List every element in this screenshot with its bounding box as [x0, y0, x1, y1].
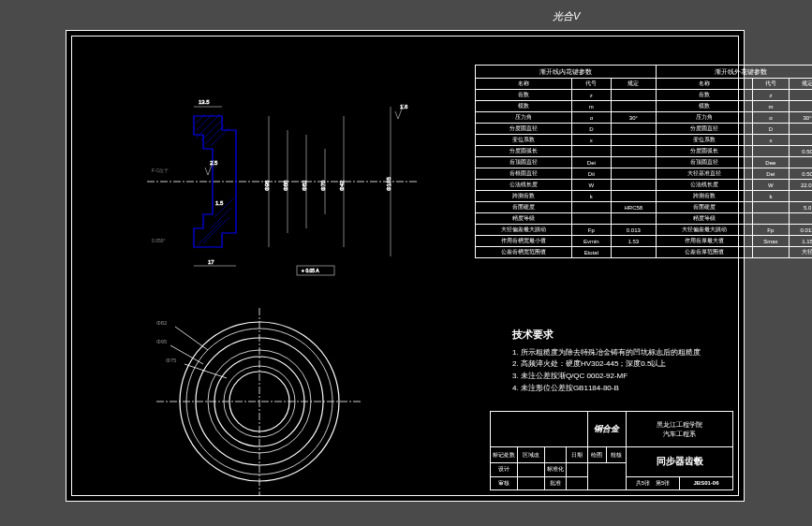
- param-cell: 0.013: [790, 225, 812, 236]
- tech-item: 2. 高频淬火处：硬度HV302-445；深度0.5以上: [512, 358, 701, 371]
- svg-line-43: [175, 327, 208, 350]
- param-cell: HRC58: [611, 202, 656, 213]
- svg-line-4: [201, 120, 222, 140]
- param-cell: 跨测齿数: [656, 191, 752, 202]
- param-cell: Dei: [752, 168, 789, 180]
- svg-point-37: [186, 329, 332, 475]
- param-cell: [790, 213, 812, 225]
- param-cell: 变位系数: [656, 135, 752, 146]
- param-cell: z: [752, 90, 789, 101]
- param-cell: 变位系数: [476, 135, 572, 146]
- param-cell: 精度等级: [476, 213, 572, 225]
- cad-canvas[interactable]: 渐开线内花键参数渐开线外花键参数 名称代号规定 名称代号规定 齿数z齿数z模数m…: [66, 30, 745, 502]
- param-cell: 分度圆弧长: [476, 146, 572, 157]
- param-cell: 齿面硬度: [656, 202, 752, 213]
- param-cell: [752, 146, 789, 157]
- svg-text:Φ70: Φ70: [320, 180, 326, 191]
- param-cell: 0.013: [611, 225, 656, 236]
- param-cell: 分度圆直径: [476, 124, 572, 135]
- param-cell: 模数: [656, 101, 752, 112]
- param-cell: m: [752, 101, 789, 112]
- svg-text:Φ95: Φ95: [156, 339, 168, 344]
- material: 铜合金: [587, 412, 626, 447]
- param-cell: x: [752, 135, 789, 146]
- param-cell: 分度圆直径: [656, 124, 752, 135]
- param-cell: 压力角: [656, 112, 752, 124]
- param-cell: 22.0°: [790, 180, 812, 191]
- param-cell: 大径基准直径: [656, 168, 752, 180]
- param-cell: 1.15: [790, 236, 812, 247]
- param-cell: [752, 213, 789, 225]
- param-cell: z: [571, 90, 611, 101]
- svg-point-39: [208, 350, 311, 453]
- param-cell: [790, 135, 812, 146]
- param-cell: [790, 191, 812, 202]
- param-cell: 5.0: [790, 202, 812, 213]
- svg-point-40: [214, 357, 304, 446]
- svg-text:Φ96: Φ96: [264, 180, 270, 191]
- school: 黑龙江工程学院 汽车工程系: [627, 412, 733, 447]
- svg-text:F·C位于: F·C位于: [152, 168, 169, 173]
- param-cell: [571, 202, 611, 213]
- tech-item: 4. 未注形位公差按GB1184-80-B: [512, 383, 701, 395]
- param-cell: Smax: [752, 236, 789, 247]
- param-cell: Dii: [571, 168, 611, 180]
- svg-point-36: [180, 322, 339, 481]
- svg-text:Φ82: Φ82: [156, 320, 168, 326]
- param-cell: 齿面硬度: [476, 202, 572, 213]
- param-cell: Fp: [571, 225, 611, 236]
- param-cell: 0.50: [790, 146, 812, 157]
- app-logo: 光合V: [553, 9, 580, 23]
- param-cell: 公差齿厚范围值: [656, 247, 752, 258]
- param-cell: 分度圆弧长: [656, 146, 752, 157]
- param-cell: k: [571, 191, 611, 202]
- svg-line-10: [198, 221, 222, 245]
- param-cell: Dee: [752, 157, 789, 168]
- param-cell: 模数: [476, 101, 572, 112]
- svg-text:0.050°: 0.050°: [152, 238, 166, 243]
- tech-item: 3. 未注公差按渐Q/QC 0002-92-MF: [512, 371, 701, 383]
- param-cell: α: [571, 112, 611, 124]
- param-cell: 1.53: [611, 236, 656, 247]
- svg-text:Φ88: Φ88: [283, 180, 288, 191]
- svg-text:13.5: 13.5: [199, 99, 210, 105]
- tech-title: 技术要求: [512, 327, 701, 343]
- param-cell: W: [571, 180, 611, 191]
- svg-line-9: [203, 217, 229, 243]
- param-cell: [611, 180, 656, 191]
- param-cell: [790, 124, 812, 135]
- param-cell: [611, 90, 656, 101]
- param-cell: 30°: [790, 112, 812, 124]
- svg-line-8: [211, 208, 231, 228]
- param-cell: 齿数: [656, 90, 752, 101]
- param-cell: Evmin: [571, 236, 611, 247]
- param-cell: 公法线长度: [656, 180, 752, 191]
- param-cell: [571, 213, 611, 225]
- svg-line-3: [196, 114, 220, 139]
- drawing-border: 渐开线内花键参数渐开线外花键参数 名称代号规定 名称代号规定 齿数z齿数z模数m…: [71, 36, 739, 496]
- param-cell: [611, 146, 656, 157]
- svg-text:2.5: 2.5: [210, 160, 218, 166]
- svg-text:Φ42: Φ42: [339, 180, 345, 191]
- tech-item: 1. 所示粗糙度为除去特殊冶金铸有的凹坑标志后的粗糙度: [512, 347, 701, 359]
- svg-line-45: [170, 345, 203, 364]
- sheet: 共5张 第5张: [627, 476, 680, 489]
- svg-line-5: [205, 125, 224, 144]
- svg-text:17: 17: [208, 259, 214, 265]
- param-cell: 30°: [611, 112, 656, 124]
- svg-line-2: [196, 114, 213, 131]
- param-cell: [571, 146, 611, 157]
- svg-text:1.6: 1.6: [400, 104, 408, 110]
- section-view: 13.5 Φ96 Φ88 Φ82 Φ70 Φ42 Φ105 1.6 2.5 1.…: [147, 79, 447, 285]
- svg-point-38: [196, 338, 323, 465]
- param-cell: k: [752, 191, 789, 202]
- front-view: Φ82 Φ95 Φ75: [156, 308, 362, 495]
- param-cell: [752, 202, 789, 213]
- param-cell: 齿顶圆直径: [476, 157, 572, 168]
- svg-point-41: [224, 366, 295, 437]
- param-cell: [611, 135, 656, 146]
- technical-requirements: 技术要求 1. 所示粗糙度为除去特殊冶金铸有的凹坑标志后的粗糙度 2. 高频淬火…: [512, 327, 701, 395]
- param-cell: m: [571, 101, 611, 112]
- param-cell: 精度等级: [656, 213, 752, 225]
- param-cell: 齿根圆直径: [476, 168, 572, 180]
